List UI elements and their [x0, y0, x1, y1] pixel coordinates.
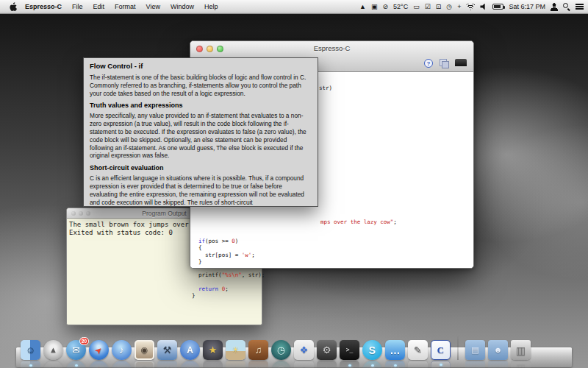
folder-downloads-icon: ☻: [494, 346, 503, 354]
safari-icon: ➤: [93, 344, 105, 356]
unread-count-badge: 20: [79, 337, 89, 345]
versions-icon[interactable]: [440, 59, 448, 68]
thunderbird-icon: ✉: [72, 345, 80, 355]
menu-help[interactable]: Help: [204, 3, 218, 10]
dock: ☺▲✉20➤♪◉⚒A★☀♫◷❖⚙>_S…✎C▤☻▥: [0, 330, 588, 368]
time-machine-icon: ◷: [277, 345, 285, 355]
apple-logo: [10, 2, 18, 12]
skype-icon: S: [369, 345, 376, 355]
itunes-icon: ♪: [119, 345, 124, 355]
espresso-c-app-icon: C: [437, 345, 444, 355]
spotlight-icon[interactable]: [563, 3, 570, 10]
vmware-fusion-icon: ❖: [300, 345, 309, 355]
dock-item-itunes[interactable]: ♪: [112, 340, 132, 360]
dock-item-vmware-fusion[interactable]: ❖: [294, 340, 314, 360]
popover-title: Flow Control - if: [90, 62, 312, 70]
code-fragment-string: mps over the lazy cow";: [320, 219, 397, 225]
popover-heading: Short-circuit evaluation: [90, 164, 312, 171]
dock-item-folder-downloads[interactable]: ☻: [488, 340, 508, 360]
airplay-icon[interactable]: ⊡: [436, 0, 442, 14]
iphoto-icon: ☀: [232, 346, 240, 354]
help-icon[interactable]: ?: [424, 59, 433, 68]
dock-item-textedit[interactable]: ✎: [408, 340, 428, 360]
menu-file[interactable]: File: [72, 3, 83, 10]
dock-item-skype[interactable]: S: [362, 340, 382, 360]
dock-item-thunderbird[interactable]: ✉20: [66, 340, 86, 360]
messages-icon: …: [390, 345, 401, 355]
menu-format[interactable]: Format: [115, 3, 136, 10]
garageband-icon: ♫: [255, 345, 262, 355]
active-app-menu[interactable]: Espresso-C: [25, 3, 62, 10]
dock-item-time-machine[interactable]: ◷: [271, 340, 291, 360]
xcode-icon: ⚒: [163, 345, 172, 355]
console-icon[interactable]: [455, 59, 467, 68]
textedit-icon: ✎: [414, 345, 422, 355]
code-block-main: if(pos >= 0) { str[pos] = 'w'; } printf(…: [192, 238, 265, 300]
user-icon[interactable]: [551, 3, 558, 11]
clipboard-icon[interactable]: ▣: [371, 0, 378, 14]
battery-icon[interactable]: [492, 4, 503, 10]
time-machine-menu-icon[interactable]: ◷: [446, 0, 452, 14]
shield-check-icon[interactable]: ☑: [425, 0, 431, 14]
dock-item-utilities-gears[interactable]: ⚙: [317, 340, 337, 360]
code-fragment-top: str): [319, 85, 332, 91]
dock-separator: [457, 336, 459, 360]
trash-icon: ▥: [516, 345, 526, 355]
dock-item-imovie[interactable]: ★: [203, 340, 223, 360]
folder-documents-icon: ▤: [471, 346, 478, 354]
dock-item-photo-booth[interactable]: ◉: [135, 340, 154, 360]
menu-edit[interactable]: Edit: [93, 3, 105, 10]
menu-bar: Espresso-C FileEditFormatViewWindowHelp …: [0, 0, 588, 14]
dock-item-safari[interactable]: ➤: [89, 340, 109, 360]
dock-item-terminal[interactable]: >_: [340, 340, 359, 360]
photo-booth-icon: ◉: [141, 346, 148, 354]
dock-item-launchpad[interactable]: ▲: [43, 340, 63, 360]
dock-item-garageband[interactable]: ♫: [248, 340, 268, 360]
wifi-icon[interactable]: [466, 4, 475, 10]
notification-center-icon[interactable]: [576, 4, 584, 10]
dock-item-folder-documents[interactable]: ▤: [465, 340, 485, 360]
popover-paragraph: The if-statement is one of the basic bui…: [90, 74, 312, 97]
popover-heading: Truth values and expressions: [90, 102, 312, 109]
dock-item-messages[interactable]: …: [385, 340, 405, 360]
imovie-icon: ★: [209, 345, 218, 355]
dock-item-app-store[interactable]: A: [180, 340, 200, 360]
volume-icon[interactable]: [480, 4, 487, 10]
temperature-reading[interactable]: 52°C: [393, 3, 408, 10]
menu-view[interactable]: View: [146, 3, 160, 10]
menu-clock[interactable]: Sat 6:17 PM: [509, 3, 545, 10]
dock-item-espresso-c-app[interactable]: C: [431, 340, 451, 360]
dock-item-iphoto[interactable]: ☀: [226, 340, 245, 360]
finder-icon: ☺: [26, 345, 35, 355]
alert-triangle-icon[interactable]: ▲: [359, 0, 366, 14]
menu-window[interactable]: Window: [171, 3, 194, 10]
flow-control-help-popover: Flow Control - if The if-statement is on…: [83, 57, 318, 207]
app-store-icon: A: [187, 346, 193, 355]
launchpad-icon: ▲: [49, 346, 57, 354]
do-not-disturb-icon[interactable]: ⊘: [383, 0, 389, 14]
terminal-icon: >_: [346, 347, 354, 353]
display-icon[interactable]: ▭: [413, 0, 420, 14]
popover-paragraph: C is an efficient language in situations…: [90, 174, 312, 206]
popover-paragraph: More specifically, any value provided to…: [90, 112, 312, 160]
apple-menu-icon[interactable]: [7, 2, 19, 12]
editor-window-title: Espresso-C: [190, 44, 473, 52]
dock-item-xcode[interactable]: ⚒: [157, 340, 177, 360]
dock-item-trash[interactable]: ▥: [511, 340, 531, 360]
dock-item-finder[interactable]: ☺: [21, 340, 40, 360]
utilities-gears-icon: ⚙: [323, 345, 331, 355]
location-icon[interactable]: +: [457, 0, 461, 14]
